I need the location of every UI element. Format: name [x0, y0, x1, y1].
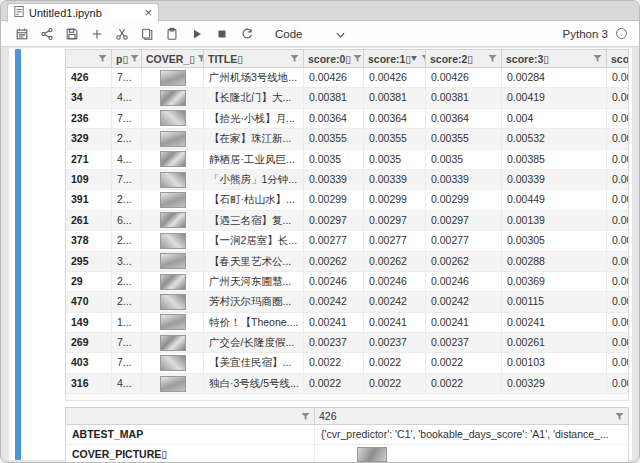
- score0-cell[interactable]: 0.00277: [304, 231, 364, 250]
- title-cell[interactable]: 广州机场3号线地...: [204, 68, 304, 87]
- title-cell[interactable]: 【石町·枯山水】...: [204, 190, 304, 209]
- p-cell[interactable]: 2...: [112, 190, 142, 209]
- score3-cell[interactable]: 0.00329: [502, 374, 607, 393]
- table-row[interactable]: 34 4... 【长隆北门】大... 0.00381 0.00381 0.003…: [66, 88, 628, 108]
- horizontal-scrollbar[interactable]: [65, 394, 629, 401]
- detail-header-field[interactable]: [66, 408, 315, 424]
- row-index-cell[interactable]: 269: [66, 333, 112, 352]
- cover-cell[interactable]: [142, 292, 204, 311]
- table-row[interactable]: 149 1... 特价！【Theone.... 0.00241 0.00241 …: [66, 313, 628, 333]
- share-icon[interactable]: [34, 23, 59, 45]
- column-header-cover[interactable]: COVER_▯: [142, 50, 204, 67]
- row-index-cell[interactable]: 34: [66, 88, 112, 107]
- score2-cell[interactable]: 0.00339: [426, 170, 502, 189]
- title-cell[interactable]: 【拾光·小栈】月...: [204, 109, 304, 128]
- score0-cell[interactable]: 0.0022: [304, 374, 364, 393]
- table-row[interactable]: 403 7... 【美宜佳民宿】... 0.0022 0.0022 0.0022…: [66, 353, 628, 373]
- score3-cell[interactable]: 0.00385: [502, 150, 607, 169]
- title-cell[interactable]: 广交会/长隆度假...: [204, 333, 304, 352]
- score4-cell[interactable]: 0.00: [607, 252, 628, 271]
- score0-cell[interactable]: 0.0022: [304, 353, 364, 372]
- score1-cell[interactable]: 0.00262: [364, 252, 426, 271]
- score4-cell[interactable]: 0.00: [607, 190, 628, 209]
- score4-cell[interactable]: 0.00: [607, 150, 628, 169]
- table-row[interactable]: 470 2... 芳村沃尔玛商圈... 0.00242 0.00242 0.00…: [66, 292, 628, 312]
- score0-cell[interactable]: 0.00246: [304, 272, 364, 291]
- score3-cell[interactable]: 0.004: [502, 109, 607, 128]
- p-cell[interactable]: 4...: [112, 88, 142, 107]
- score4-cell[interactable]: 0.00: [607, 333, 628, 352]
- score1-cell[interactable]: 0.00426: [364, 68, 426, 87]
- filter-icon[interactable]: [593, 54, 602, 63]
- row-index-cell[interactable]: 403: [66, 353, 112, 372]
- column-header-p[interactable]: p▯: [112, 50, 142, 67]
- table-row[interactable]: 271 4... 静栖居·工业风巨... 0.0035 0.0035 0.003…: [66, 150, 628, 170]
- row-index-cell[interactable]: 329: [66, 129, 112, 148]
- table-row[interactable]: 378 2... 【一涧2居室】长... 0.00277 0.00277 0.0…: [66, 231, 628, 251]
- score3-cell[interactable]: 0.00284: [502, 68, 607, 87]
- notebook-tab[interactable]: Untitled1.ipynb ×: [7, 3, 159, 22]
- score4-cell[interactable]: 0.00: [607, 313, 628, 332]
- copy-icon[interactable]: [134, 23, 159, 45]
- score2-cell[interactable]: 0.0022: [426, 374, 502, 393]
- cover-cell[interactable]: [142, 313, 204, 332]
- cover-cell[interactable]: [142, 150, 204, 169]
- title-cell[interactable]: 广州天河东圃慧...: [204, 272, 304, 291]
- score0-cell[interactable]: 0.00339: [304, 170, 364, 189]
- row-index-cell[interactable]: 426: [66, 68, 112, 87]
- p-cell[interactable]: 7...: [112, 109, 142, 128]
- p-cell[interactable]: 4...: [112, 150, 142, 169]
- table-row[interactable]: ABTEST_MAP {'cvr_predictor': 'C1', 'book…: [66, 425, 628, 445]
- cover-cell[interactable]: [142, 109, 204, 128]
- score0-cell[interactable]: 0.00262: [304, 252, 364, 271]
- score1-cell[interactable]: 0.00297: [364, 211, 426, 230]
- score1-cell[interactable]: 0.00241: [364, 313, 426, 332]
- row-index-cell[interactable]: 236: [66, 109, 112, 128]
- title-cell[interactable]: 【春天里艺术公...: [204, 252, 304, 271]
- score2-cell[interactable]: 0.0022: [426, 353, 502, 372]
- score3-cell[interactable]: 0.00305: [502, 231, 607, 250]
- filter-icon[interactable]: [301, 412, 310, 421]
- cover-cell[interactable]: [142, 374, 204, 393]
- row-index-cell[interactable]: 391: [66, 190, 112, 209]
- add-cell-icon[interactable]: [84, 23, 109, 45]
- score0-cell[interactable]: 0.0035: [304, 150, 364, 169]
- score3-cell[interactable]: 0.00261: [502, 333, 607, 352]
- score2-cell[interactable]: 0.00277: [426, 231, 502, 250]
- score2-cell[interactable]: 0.00426: [426, 68, 502, 87]
- close-icon[interactable]: ×: [144, 8, 152, 18]
- cover-cell[interactable]: [142, 68, 204, 87]
- score2-cell[interactable]: 0.00262: [426, 252, 502, 271]
- selected-cell-bar[interactable]: [15, 49, 21, 460]
- filter-icon[interactable]: [130, 54, 139, 63]
- cover-cell[interactable]: [142, 170, 204, 189]
- title-cell[interactable]: 【美宜佳民宿】...: [204, 353, 304, 372]
- column-header-score2[interactable]: score:2▯: [426, 50, 502, 67]
- score4-cell[interactable]: 0.00: [607, 211, 628, 230]
- score1-cell[interactable]: 0.0035: [364, 150, 426, 169]
- row-index-cell[interactable]: 261: [66, 211, 112, 230]
- score4-cell[interactable]: 0.00: [607, 374, 628, 393]
- p-cell[interactable]: 4...: [112, 374, 142, 393]
- filter-icon[interactable]: [98, 54, 107, 63]
- column-header-title[interactable]: TITLE▯: [204, 50, 304, 67]
- p-cell[interactable]: 7...: [112, 333, 142, 352]
- p-cell[interactable]: 7...: [112, 170, 142, 189]
- score0-cell[interactable]: 0.00364: [304, 109, 364, 128]
- cover-cell[interactable]: [142, 252, 204, 271]
- table-row[interactable]: 426 7... 广州机场3号线地... 0.00426 0.00426 0.0…: [66, 68, 628, 88]
- score1-cell[interactable]: 0.00381: [364, 88, 426, 107]
- score1-cell[interactable]: 0.00339: [364, 170, 426, 189]
- score1-cell[interactable]: 0.00242: [364, 292, 426, 311]
- title-cell[interactable]: 特价！【Theone....: [204, 313, 304, 332]
- table-row[interactable]: 29 2... 广州天河东圃慧... 0.00246 0.00246 0.002…: [66, 272, 628, 292]
- score2-cell[interactable]: 0.00241: [426, 313, 502, 332]
- table-row[interactable]: COVER_PICTURE▯: [66, 445, 628, 463]
- restart-kernel-icon[interactable]: [234, 23, 259, 45]
- score2-cell[interactable]: 0.00355: [426, 129, 502, 148]
- filter-icon[interactable]: [615, 412, 624, 421]
- score2-cell[interactable]: 0.00299: [426, 190, 502, 209]
- score2-cell[interactable]: 0.00381: [426, 88, 502, 107]
- p-cell[interactable]: 7...: [112, 353, 142, 372]
- score1-cell[interactable]: 0.00246: [364, 272, 426, 291]
